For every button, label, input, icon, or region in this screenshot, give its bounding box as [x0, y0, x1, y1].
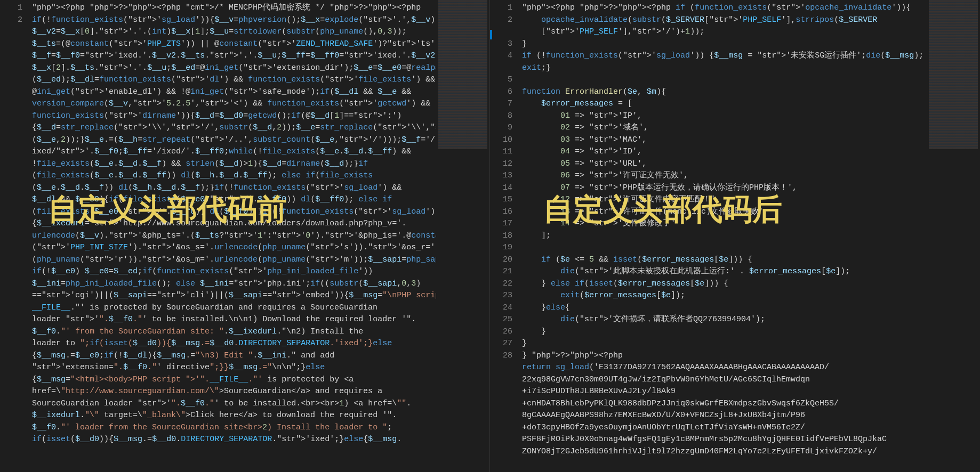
line-number: 17: [490, 218, 512, 230]
code-line[interactable]: 12 => "str">'许可证文件内容不匹配！',: [522, 194, 927, 206]
code-line[interactable]: PSF8FjROiPkJ0X0o5nag4wWfgsFQ1gEy1cBMPnmM…: [522, 434, 927, 446]
code-line[interactable]: [522, 242, 927, 254]
code-area-left[interactable]: "php"><?php "php">?>"php"><?php "cmt">/*…: [32, 0, 436, 472]
code-line[interactable]: $__ts=(@constant("str">'PHP_ZTS')) || @c…: [32, 38, 436, 51]
code-line[interactable]: $__x[2].$__ts."str">'.'.$__u;$__ed=@ini_…: [32, 62, 436, 75]
code-line[interactable]: }: [522, 38, 927, 51]
code-line[interactable]: 13 => "str">'许可证文件(menc.lic)文件获取失败',: [522, 206, 927, 218]
code-line[interactable]: {$__msg="<html><body>PHP script ">'".__F…: [32, 374, 436, 386]
code-line[interactable]: if (!function_exists("str">'sg_load')) {…: [522, 50, 927, 62]
code-line[interactable]: } else if(isset($error_messages[$e])) {: [522, 278, 927, 290]
code-line[interactable]: 01 => "str">'IP',: [522, 110, 927, 123]
code-line[interactable]: die("str">'此脚本未被授权在此机器上运行:' . $error_mes…: [522, 266, 927, 278]
code-line[interactable]: version_compare($__v,"str">'5.2.5',"str"…: [32, 98, 436, 110]
code-line[interactable]: function_exists("str">'dirname')){$__d=$…: [32, 110, 436, 123]
code-line[interactable]: } "php">?>"php"><?php: [522, 350, 927, 362]
code-line[interactable]: $__f0."' from the SourceGuardian site: "…: [32, 326, 436, 338]
code-line[interactable]: "php"><?php "php">?>"php"><?php if (func…: [522, 2, 927, 14]
line-number: 26: [490, 326, 512, 338]
line-number: 20: [490, 254, 512, 266]
code-line[interactable]: $error_messages = [: [522, 98, 927, 110]
code-line[interactable]: SourceGuardian loader "str">'".$__f0."' …: [32, 398, 436, 410]
code-line[interactable]: if(!$__e0) $__e0=$__ed;if(function_exist…: [32, 266, 436, 278]
minimap-preview: [929, 0, 978, 149]
code-line[interactable]: if ($e <= 5 && isset($error_messages[$e]…: [522, 254, 927, 266]
line-number: 18: [490, 230, 512, 242]
code-line[interactable]: return sg_load('E31377DA92717562AAQAAAAX…: [522, 362, 927, 374]
line-number: 7: [490, 98, 512, 110]
code-line[interactable]: $__f=$__f0="str">'ixed.'.$__v2.$__ts."st…: [32, 50, 436, 62]
line-number: 22: [490, 278, 512, 290]
code-line[interactable]: +i7iScPUDTh8JLBRBeXUvAJ2Ly/l8Ak9: [522, 386, 927, 398]
code-line[interactable]: }: [522, 326, 927, 338]
minimap-right[interactable]: [927, 0, 980, 472]
code-line[interactable]: @ini_get("str">'enable_dl') && !@ini_get…: [32, 86, 436, 99]
code-line[interactable]: loader "str">'".$__f0."' to be installed…: [32, 314, 436, 326]
code-line[interactable]: die("str">'文件损坏，请联系作者QQ2763994904');: [522, 314, 927, 326]
code-line[interactable]: __FILE__."' is protected by SourceGuardi…: [32, 302, 436, 314]
line-number: 8: [490, 110, 512, 123]
minimap-left[interactable]: [436, 0, 489, 472]
code-line[interactable]: href=\"http://www.sourceguardian.com/\">…: [32, 386, 436, 398]
code-line[interactable]: if(isset($__d0)){$__msg.=$__d0.DIRECTORY…: [32, 434, 436, 446]
code-area-right[interactable]: "php"><?php "php">?>"php"><?php if (func…: [522, 0, 927, 472]
code-line[interactable]: +doI3cpyHBOfZa9yesOuymjoAnUObYtrUqTLctTJ…: [522, 422, 927, 434]
code-line[interactable]: {$__d=str_replace("str">'\\',"str">'/',s…: [32, 122, 436, 134]
code-line[interactable]: (file_exists($__e0."str">'/'.$__f0)) dl(…: [32, 206, 436, 218]
code-line[interactable]: $__ini=php_ini_loaded_file(); else $__in…: [32, 278, 436, 290]
code-line[interactable]: 8gCAAAAEgQAABPS98hz7EMXEcBwXD/U/X0+VFNCZ…: [522, 410, 927, 422]
code-line[interactable]: ($__ed);$__dl=function_exists("str">'dl'…: [32, 74, 436, 86]
code-line[interactable]: if(!function_exists("str">'sg_load')){$_…: [32, 14, 436, 27]
line-number: 2: [0, 14, 22, 27]
code-line[interactable]: !file_exists($__e.$__d.$__f) && strlen($…: [32, 158, 436, 170]
code-line[interactable]: $__v2=$__x[0]."str">'.'.(int)$__x[1];$__…: [32, 26, 436, 38]
code-line[interactable]: exit;}: [522, 62, 927, 75]
code-line[interactable]: +cnHDAT8BhLebPyPKlQLK988dbDPzJJniq0skwGr…: [522, 398, 927, 410]
code-line[interactable]: 04 => "str">'ID',: [522, 146, 927, 158]
code-line[interactable]: $__ixedurl."\" target=\"_blank\">Click h…: [32, 410, 436, 422]
code-line[interactable]: exit($error_messages[$e]);: [522, 290, 927, 302]
code-line[interactable]: 07 => "str">'PHP版本运行无效，请确认你运行的PHP版本！',: [522, 182, 927, 194]
code-line[interactable]: $__f0."' loader from the SourceGuardian …: [32, 422, 436, 434]
code-line[interactable]: function ErrorHandler($e, $m){: [522, 86, 927, 99]
code-line[interactable]: opcache_invalidate(substr($_SERVER["str"…: [522, 14, 927, 27]
line-number: 14: [490, 182, 512, 194]
code-line[interactable]: 06 => "str">'许可证文件无效',: [522, 170, 927, 182]
line-number: 6: [490, 86, 512, 99]
code-line[interactable]: ["str">'PHP_SELF'],"str">'/')+1));: [522, 26, 927, 38]
code-line[interactable]: =="str">'cgi')||($__sapi=="str">'cli')||…: [32, 290, 436, 302]
code-line[interactable]: {$__ixedurl="str">'http://www.sourceguar…: [32, 218, 436, 230]
code-line[interactable]: ("str">'PHP_INT_SIZE')."str">'&os_s='.ur…: [32, 242, 436, 254]
line-number: 27: [490, 338, 512, 350]
code-line[interactable]: "php"><?php "php">?>"php"><?php "cmt">/*…: [32, 2, 436, 14]
code-line[interactable]: 03 => "str">'MAC',: [522, 134, 927, 147]
code-line[interactable]: loader to ";if(isset($__d0)){$__msg.=$__…: [32, 338, 436, 350]
code-line[interactable]: $__dl && $__e0){if(file_exists($__e0."st…: [32, 194, 436, 206]
line-number: [490, 62, 512, 75]
code-line[interactable]: (php_uname("str">'r'))."str">'&os_m='.ur…: [32, 254, 436, 266]
code-line[interactable]: 14 => "str">'文件被修改了': [522, 218, 927, 230]
line-number: 25: [490, 314, 512, 326]
line-number: 16: [490, 206, 512, 218]
line-number: 15: [490, 194, 512, 206]
code-line[interactable]: {$__msg.=$__e0;if(!$__dl){$__msg.="\n3) …: [32, 350, 436, 362]
code-line[interactable]: }: [522, 338, 927, 350]
line-number: 4: [490, 50, 512, 62]
code-line[interactable]: ($__e,2));}$__e.=($__h=str_repeat("str">…: [32, 134, 436, 147]
code-line[interactable]: 22xq98GgVW7cn30m09UT4gJw/iz2IqPbvW9n6YhM…: [522, 374, 927, 386]
code-line[interactable]: "str">'extension=".$__f0."' directive";}…: [32, 362, 436, 374]
code-line[interactable]: 02 => "str">'域名',: [522, 122, 927, 134]
code-line[interactable]: ZONYO8jT2GJeb5dU961hrhiVJjlt9l72hzzgUmD4…: [522, 446, 927, 458]
code-line[interactable]: [522, 74, 927, 86]
code-line[interactable]: 05 => "str">'URL',: [522, 158, 927, 170]
code-line[interactable]: (file_exists($__e.$__d.$__ff)) dl($__h.$…: [32, 170, 436, 182]
line-number: 3: [490, 38, 512, 51]
code-line[interactable]: }else{: [522, 302, 927, 314]
code-line[interactable]: urlencode($__v)."str">'&php_ts='.($__ts?…: [32, 230, 436, 242]
code-line[interactable]: ixed/"str">'.$__f0;$__ff='/ixed/'.$__ff0…: [32, 146, 436, 158]
line-number: 23: [490, 290, 512, 302]
code-line[interactable]: ($__e.$__d.$__f)) dl($__h.$__d.$__f);}if…: [32, 182, 436, 194]
line-number: 19: [490, 242, 512, 254]
code-line[interactable]: ];: [522, 230, 927, 242]
line-number: 21: [490, 266, 512, 278]
